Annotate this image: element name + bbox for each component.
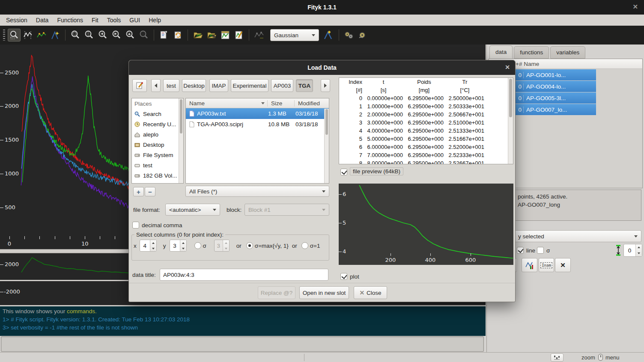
place-search[interactable]: Search [132, 109, 183, 119]
path-button-test[interactable]: test [163, 79, 179, 92]
preview-table-scrollbar[interactable] [508, 78, 513, 164]
spin-up-icon[interactable] [180, 240, 186, 246]
menu-gui[interactable]: GUI [125, 15, 144, 25]
place-label: aleplo [143, 131, 158, 138]
console-output[interactable]: This window shows your commands. 1> # Fi… [0, 306, 486, 336]
append-data-icon[interactable] [205, 29, 218, 42]
path-button-ap003[interactable]: AP003 [271, 79, 293, 92]
scrollbar-thumb[interactable] [509, 79, 512, 117]
sigma-column-value: 3 [215, 240, 223, 251]
place-volume[interactable]: 182 GB Vol... [132, 170, 183, 181]
decimal-comma-checkbox[interactable] [132, 222, 139, 228]
place-filesystem[interactable]: File System [132, 150, 183, 160]
remove-place-button[interactable]: − [145, 187, 155, 196]
location-edit-button[interactable] [132, 79, 147, 92]
scrollbar-thumb[interactable] [325, 109, 328, 135]
preview-plot[interactable]: 654200400600 [339, 184, 513, 265]
script-log-icon[interactable] [158, 29, 170, 42]
sigma-one-radio[interactable] [301, 242, 308, 249]
spin-up-icon[interactable] [150, 240, 156, 246]
zoom-fit-vertical-icon[interactable] [83, 29, 95, 42]
menu-session[interactable]: Session [2, 15, 32, 25]
preview-header: Poids [404, 78, 444, 86]
line-checkbox[interactable] [517, 247, 524, 254]
toolbar-grip[interactable] [3, 30, 5, 41]
point-size-spinner[interactable]: 0 [623, 244, 642, 257]
open-data-icon[interactable] [191, 29, 204, 42]
function-type-select[interactable]: Gaussian [270, 29, 319, 41]
menu-data[interactable]: Data [32, 15, 53, 25]
file-preview-checkbox[interactable] [340, 169, 347, 175]
reload-session-icon[interactable] [171, 29, 184, 42]
data-transform-icon[interactable] [253, 29, 265, 42]
baseline-mode-icon[interactable] [35, 29, 48, 42]
data-range-mode-icon[interactable] [21, 29, 34, 42]
spin-down-icon[interactable] [636, 250, 642, 256]
file-row[interactable]: AP003w.txt 1.3 MB 03/16/18 [186, 108, 329, 119]
sidebar-copy-func-button[interactable] [522, 258, 537, 272]
x-column-spinner[interactable]: 4 [140, 240, 157, 252]
path-button-imap[interactable]: IMAP [209, 79, 228, 92]
place-recent[interactable]: Recently U... [132, 119, 183, 129]
edit-script-icon[interactable] [233, 29, 245, 42]
column-name[interactable]: Name [186, 100, 267, 107]
sigma-sqrt-label: σ=max{√y, 1} [255, 243, 289, 249]
place-desktop[interactable]: Desktop [132, 139, 183, 150]
plot-checkbox[interactable] [340, 273, 347, 280]
preview-table[interactable]: Index t Poids Tr [#] [s] [mg] [°C] 00.00… [340, 78, 485, 164]
tab-variables[interactable]: variables [550, 46, 585, 59]
tab-functions[interactable]: functions [514, 46, 549, 59]
sigma-sqrt-radio[interactable] [246, 242, 253, 249]
path-button-experimental[interactable]: Experimental [231, 79, 268, 92]
sidebar-rename-button[interactable]: Inam [539, 258, 554, 272]
add-function-icon[interactable] [322, 29, 335, 42]
menu-functions[interactable]: Functions [53, 15, 87, 25]
scrollbar-thumb[interactable] [180, 99, 182, 134]
sigma-one-label: σ=1 [310, 243, 320, 249]
places-scrollbar[interactable] [179, 98, 183, 183]
zoom-mode-icon[interactable] [8, 29, 21, 42]
tab-data[interactable]: data [489, 45, 513, 59]
sigma-column-radio[interactable] [194, 242, 201, 249]
save-image-icon[interactable] [219, 29, 232, 42]
statusbar-fields-button[interactable] [551, 353, 564, 362]
add-peak-mode-icon[interactable] [49, 29, 62, 42]
y-column-spinner[interactable]: 3 [170, 240, 187, 252]
path-button-tga[interactable]: TGA [296, 79, 313, 92]
column-modified[interactable]: Modified [294, 100, 324, 107]
zoom-up-icon[interactable] [124, 29, 137, 42]
drive-icon [134, 173, 140, 178]
zoom-next-icon[interactable] [110, 29, 123, 42]
window-close-button[interactable]: ✕ [632, 3, 638, 11]
place-test[interactable]: test [132, 160, 183, 170]
spin-down-icon[interactable] [180, 246, 186, 251]
fit-settings-icon[interactable] [356, 29, 369, 42]
spin-down-icon[interactable] [150, 246, 156, 251]
column-size[interactable]: Size [267, 100, 294, 107]
zoom-all-icon[interactable] [69, 29, 82, 42]
file-list-scrollbar[interactable] [324, 109, 329, 183]
path-button-desktop[interactable]: Desktop [182, 79, 206, 92]
fit-run-icon[interactable] [343, 29, 355, 42]
file-filter-select[interactable]: All Files (*) [185, 186, 329, 197]
file-format-select[interactable]: <automatic> [165, 204, 220, 216]
spin-up-icon[interactable] [636, 244, 642, 250]
path-back-button[interactable] [151, 79, 161, 92]
menu-tools[interactable]: Tools [103, 15, 125, 25]
file-row[interactable]: TGA-AP003.sciprj 10.8 MB 03/18/18 [186, 119, 329, 130]
zoom-mouse-icon[interactable] [137, 29, 150, 42]
chevron-down-icon [213, 209, 216, 211]
menu-fit[interactable]: Fit [87, 15, 103, 25]
zoom-previous-icon[interactable] [96, 29, 109, 42]
sigma-checkbox[interactable] [537, 247, 544, 254]
command-input[interactable] [1, 336, 484, 352]
add-place-button[interactable]: + [133, 187, 144, 196]
sidebar-delete-button[interactable]: ✕ [555, 258, 571, 272]
place-home[interactable]: aleplo [132, 129, 183, 139]
open-in-new-slot-button[interactable]: Open in new slot [299, 286, 349, 299]
path-forward-button[interactable] [321, 79, 330, 92]
dialog-close-button[interactable]: ✕ [505, 64, 510, 71]
data-title-input[interactable] [160, 269, 328, 281]
close-button[interactable]: ✕ Close [354, 286, 387, 299]
menu-help[interactable]: Help [144, 15, 165, 25]
